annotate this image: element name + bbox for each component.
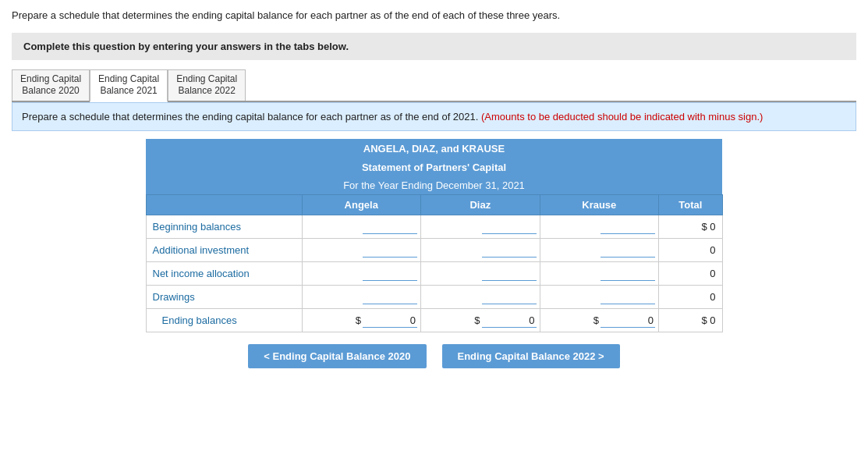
tab-2020-line1: Ending Capital [20,73,81,84]
tab-2022-line2: Balance 2022 [178,85,235,96]
table-row: Ending balances $ $ $ [146,309,722,332]
cell-krause-ending[interactable]: $ [540,309,659,332]
row-label-drawings: Drawings [146,286,302,309]
cell-total-drawings: 0 [659,286,722,309]
cell-krause-additional[interactable] [540,239,659,262]
total-additional-value: 0 [710,244,715,256]
table-row: Beginning balances $ 0 [146,215,722,239]
input-diaz-beginning[interactable] [482,220,537,234]
tab-2021-line2: Balance 2021 [100,85,157,96]
row-label-beginning: Beginning balances [146,215,302,239]
schedule-table: ANGELA, DIAZ, and KRAUSE Statement of Pa… [146,139,723,332]
input-angela-ending[interactable] [363,314,417,328]
row-label-netincome: Net income allocation [146,262,302,286]
cell-krause-beginning[interactable] [540,215,659,239]
cell-angela-netincome[interactable] [302,262,421,286]
table-date: For the Year Ending December 31, 2021 [146,176,722,195]
cell-krause-drawings[interactable] [540,286,659,309]
table-subtitle: Statement of Partners' Capital [146,158,722,176]
cell-total-ending: $ 0 [659,309,722,332]
dollar-sign-beginning: $ [701,221,707,233]
input-diaz-ending[interactable] [482,314,537,328]
col-header-krause: Krause [540,195,659,215]
total-beginning-value: 0 [710,221,715,233]
instruction-box: Complete this question by entering your … [12,33,856,60]
cell-diaz-netincome[interactable] [421,262,540,286]
info-red-text: (Amounts to be deducted should be indica… [481,111,763,123]
col-header-total: Total [659,195,722,215]
cell-total-additional: 0 [659,239,722,262]
input-angela-netincome[interactable] [363,267,417,281]
total-ending-value: 0 [710,314,715,326]
row-label-additional: Additional investment [146,239,302,262]
cell-total-netincome: 0 [659,262,722,286]
cell-krause-netincome[interactable] [540,262,659,286]
total-netincome-value: 0 [710,268,715,279]
col-header-diaz: Diaz [421,195,540,215]
info-main-text: Prepare a schedule that determines the e… [22,111,478,123]
table-row: Net income allocation [146,262,722,286]
table-row: Additional investment [146,239,722,262]
input-krause-ending[interactable] [601,314,655,328]
input-diaz-additional[interactable] [482,243,537,258]
tab-2021[interactable]: Ending Capital Balance 2021 [90,69,168,102]
next-button[interactable]: Ending Capital Balance 2022 > [442,344,620,368]
table-wrapper: ANGELA, DIAZ, and KRAUSE Statement of Pa… [146,139,723,332]
table-row: Drawings 0 [146,286,722,309]
cell-angela-beginning[interactable] [302,215,421,239]
info-box: Prepare a schedule that determines the e… [12,102,856,132]
input-diaz-drawings[interactable] [482,290,537,304]
prev-button[interactable]: < Ending Capital Balance 2020 [248,344,426,368]
table-title: ANGELA, DIAZ, and KRAUSE [146,139,722,158]
total-drawings-value: 0 [710,291,715,303]
input-krause-drawings[interactable] [601,290,655,304]
row-label-ending: Ending balances [146,309,302,332]
cell-total-beginning: $ 0 [659,215,722,239]
col-header-angela: Angela [302,195,421,215]
dollar-sign-diaz-ending: $ [474,314,480,326]
input-angela-drawings[interactable] [363,290,417,304]
cell-angela-additional[interactable] [302,239,421,262]
tab-2020-line2: Balance 2020 [22,85,79,96]
tab-2022[interactable]: Ending Capital Balance 2022 [168,69,246,101]
tabs-container: Ending Capital Balance 2020 Ending Capit… [12,69,856,102]
cell-diaz-additional[interactable] [421,239,540,262]
input-krause-additional[interactable] [601,243,655,258]
input-angela-beginning[interactable] [363,220,417,234]
input-diaz-netincome[interactable] [482,267,537,281]
input-angela-additional[interactable] [363,243,417,258]
intro-text: Prepare a schedule that determines the e… [12,8,856,23]
dollar-sign-total-ending: $ [701,314,707,326]
dollar-sign-krause-ending: $ [593,314,599,326]
cell-diaz-ending[interactable]: $ [421,309,540,332]
tab-2021-line1: Ending Capital [98,73,159,84]
cell-diaz-beginning[interactable] [421,215,540,239]
dollar-sign-angela-ending: $ [356,314,361,326]
cell-diaz-drawings[interactable] [421,286,540,309]
cell-angela-drawings[interactable] [302,286,421,309]
input-krause-netincome[interactable] [601,267,655,281]
nav-buttons: < Ending Capital Balance 2020 Ending Cap… [12,344,856,368]
tab-2020[interactable]: Ending Capital Balance 2020 [12,69,90,101]
tab-2022-line1: Ending Capital [176,73,237,84]
input-krause-beginning[interactable] [601,220,655,234]
cell-angela-ending[interactable]: $ [302,309,421,332]
